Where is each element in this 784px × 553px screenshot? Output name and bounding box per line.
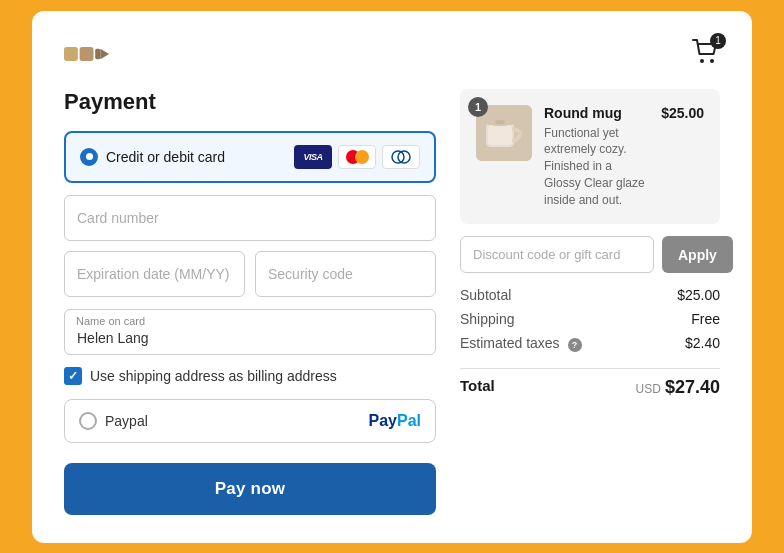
svg-rect-1 — [80, 47, 94, 61]
svg-point-5 — [710, 59, 714, 63]
subtotal-row: Subtotal $25.00 — [460, 287, 720, 303]
pay-now-button[interactable]: Pay now — [64, 463, 436, 515]
subtotal-label: Subtotal — [460, 287, 511, 303]
order-summary: 1 — [460, 89, 720, 515]
svg-point-12 — [495, 120, 505, 124]
discount-row: Apply — [460, 236, 720, 273]
product-price: $25.00 — [661, 105, 704, 121]
card-number-input[interactable] — [64, 195, 436, 241]
product-name: Round mug — [544, 105, 649, 121]
product-image-wrap: 1 — [476, 105, 532, 161]
svg-rect-0 — [64, 47, 78, 61]
taxes-help-icon[interactable]: ? — [568, 338, 582, 352]
mastercard-logo — [338, 145, 376, 169]
taxes-row: Estimated taxes ? $2.40 — [460, 335, 720, 351]
payment-modal: 1 Payment Credit or debit card VISA — [32, 11, 752, 543]
shipping-value: Free — [691, 311, 720, 327]
svg-point-4 — [700, 59, 704, 63]
main-content: Payment Credit or debit card VISA — [64, 89, 720, 515]
name-label: Name on card — [76, 315, 145, 327]
shipping-row: Shipping Free — [460, 311, 720, 327]
card-logos: VISA — [294, 145, 420, 169]
paypal-logo: PayPal — [369, 412, 421, 430]
billing-checkbox-label: Use shipping address as billing address — [90, 368, 337, 384]
security-code-input[interactable] — [255, 251, 436, 297]
billing-checkbox-row[interactable]: ✓ Use shipping address as billing addres… — [64, 367, 436, 385]
paypal-label: Paypal — [105, 413, 148, 429]
shipping-label: Shipping — [460, 311, 515, 327]
svg-rect-2 — [95, 48, 100, 58]
billing-checkbox[interactable]: ✓ — [64, 367, 82, 385]
total-label: Total — [460, 377, 495, 398]
credit-card-option[interactable]: Credit or debit card VISA — [64, 131, 436, 183]
visa-logo: VISA — [294, 145, 332, 169]
diners-logo — [382, 145, 420, 169]
cart-badge: 1 — [710, 33, 726, 49]
paypal-radio[interactable] — [79, 412, 97, 430]
taxes-value: $2.40 — [685, 335, 720, 351]
product-card: 1 — [460, 89, 720, 225]
payment-title: Payment — [64, 89, 436, 115]
expiry-input[interactable] — [64, 251, 245, 297]
total-amount-wrap: USD $27.40 — [636, 377, 720, 398]
card-fields — [64, 195, 436, 297]
svg-rect-10 — [488, 125, 512, 145]
total-row: Total USD $27.40 — [460, 368, 720, 398]
credit-card-label: Credit or debit card — [106, 149, 225, 165]
expiry-security-row — [64, 251, 436, 297]
store-logo — [64, 43, 116, 65]
apply-button[interactable]: Apply — [662, 236, 733, 273]
subtotal-value: $25.00 — [677, 287, 720, 303]
credit-card-radio[interactable] — [80, 148, 98, 166]
taxes-label: Estimated taxes ? — [460, 335, 582, 351]
cart-icon[interactable]: 1 — [692, 39, 720, 69]
product-description: Functional yet extremely cozy. Finished … — [544, 125, 649, 209]
svg-marker-3 — [100, 48, 109, 58]
product-info: Round mug Functional yet extremely cozy.… — [544, 105, 649, 209]
paypal-option[interactable]: Paypal PayPal — [64, 399, 436, 443]
modal-header: 1 — [64, 39, 720, 69]
total-value: $27.40 — [665, 377, 720, 398]
discount-input[interactable] — [460, 236, 654, 273]
payment-form: Payment Credit or debit card VISA — [64, 89, 436, 515]
total-currency: USD — [636, 382, 661, 396]
order-summary-rows: Subtotal $25.00 Shipping Free Estimated … — [460, 287, 720, 397]
name-field-wrap: Name on card — [64, 309, 436, 355]
product-quantity-badge: 1 — [468, 97, 488, 117]
